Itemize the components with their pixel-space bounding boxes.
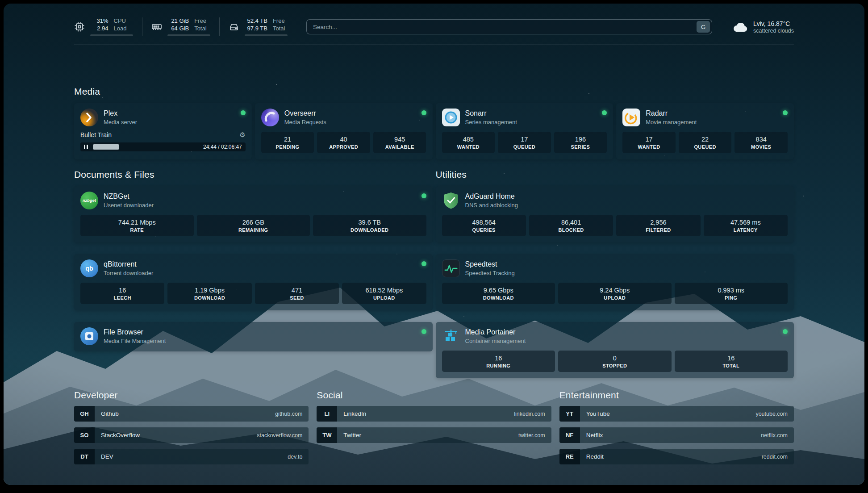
bookmark-name: Reddit	[586, 453, 604, 460]
disk-icon	[229, 21, 239, 32]
documents-column: Documents & Files nzbget NZBGet Usenet d…	[74, 169, 433, 390]
stat-wanted: 17 WANTED	[622, 132, 676, 153]
status-dot	[421, 261, 426, 266]
service-subtitle: Media File Management	[104, 338, 166, 345]
service-name: Radarr	[646, 109, 697, 118]
service-subtitle: Container management	[465, 338, 526, 345]
service-card-filebrowser[interactable]: File Browser Media File Management	[74, 322, 433, 351]
stat-latency: 47.569 ms LATENCY	[704, 215, 788, 236]
adguard-icon	[442, 192, 460, 209]
weather-location: Lviv, 16.87°C	[753, 20, 794, 28]
plex-icon	[80, 109, 98, 126]
cpu-icon	[74, 21, 85, 32]
stat-approved: 40 APPROVED	[317, 132, 370, 153]
stat-queued: 17 QUEUED	[498, 132, 551, 153]
dashboard-screen: 31% CPU 2.94 Load 21 GiB Fr	[4, 4, 864, 485]
bookmark-linkedin[interactable]: LI LinkedIn linkedin.com	[317, 406, 551, 422]
gear-icon[interactable]: ⚙	[239, 131, 245, 139]
stat-stopped: 0 STOPPED	[558, 351, 672, 372]
section-title-media: Media	[74, 86, 794, 97]
service-subtitle: Series management	[465, 119, 517, 126]
playback-time: 24:44 / 02:06:47	[203, 144, 242, 150]
service-card-adguard[interactable]: AdGuard Home DNS and adblocking 498,564 …	[436, 186, 794, 242]
service-card-speedtest[interactable]: Speedtest Speedtest Tracking 9.65 Gbps D…	[436, 254, 794, 310]
bookmark-twitter[interactable]: TW Twitter twitter.com	[317, 427, 551, 443]
service-card-portainer[interactable]: Media Portainer Container management 16 …	[436, 322, 794, 378]
stat-movies: 834 MOVIES	[734, 132, 788, 153]
bookmark-netflix[interactable]: NF Netflix netflix.com	[559, 427, 794, 443]
disk-progress-bar	[245, 34, 288, 36]
bookmark-group-entertainment: Entertainment YT YouTube youtube.com NF …	[559, 390, 794, 470]
cpu-label: CPU	[114, 17, 133, 25]
search-input[interactable]	[313, 24, 697, 30]
search-provider-button[interactable]: G	[697, 21, 710, 33]
service-card-radarr[interactable]: Radarr Movie management 17 WANTED 22 QUE…	[616, 103, 794, 159]
disk-free-label: Free	[273, 17, 288, 25]
service-subtitle: Speedtest Tracking	[465, 270, 515, 277]
bookmark-abbr: TW	[317, 427, 337, 443]
radarr-icon	[622, 109, 640, 126]
bookmark-reddit[interactable]: RE Reddit reddit.com	[559, 449, 794, 464]
memory-free-value: 21 GiB	[167, 17, 189, 25]
cpu-widget: 31% CPU 2.94 Load	[74, 17, 142, 36]
service-subtitle: Media Requests	[284, 119, 326, 126]
stat-remaining: 266 GB REMAINING	[197, 215, 310, 236]
stat-wanted: 485 WANTED	[442, 132, 495, 153]
search-bar[interactable]: G	[306, 19, 712, 34]
sonarr-icon	[442, 109, 460, 126]
bookmark-abbr: NF	[559, 427, 580, 443]
bookmark-name: YouTube	[586, 410, 610, 417]
service-subtitle: Movie management	[646, 119, 697, 126]
bookmark-name: Netflix	[586, 432, 603, 439]
bookmark-name: DEV	[101, 453, 113, 460]
stat-leech: 16 LEECH	[80, 283, 164, 304]
stat-blocked: 86,401 BLOCKED	[529, 215, 613, 236]
service-subtitle: Torrent downloader	[104, 270, 153, 277]
bookmark-stackoverflow[interactable]: SO StackOverflow stackoverflow.com	[74, 427, 309, 443]
bookmark-dev[interactable]: DT DEV dev.to	[74, 449, 309, 464]
service-name: AdGuard Home	[465, 192, 518, 201]
now-playing: Bullet Train ⚙ 24:44 / 02:06:47	[80, 131, 246, 151]
stat-ping: 0.993 ms PING	[675, 283, 788, 304]
service-card-plex[interactable]: Plex Media server Bullet Train ⚙ 24:44 /…	[74, 103, 252, 159]
service-card-nzbget[interactable]: nzbget NZBGet Usenet downloader 744.21 M…	[74, 186, 433, 242]
stat-download: 1.19 Gbps DOWNLOAD	[167, 283, 251, 304]
service-card-sonarr[interactable]: Sonarr Series management 485 WANTED 17 Q…	[436, 103, 613, 159]
bookmark-abbr: DT	[74, 449, 95, 464]
service-card-qbittorrent[interactable]: qb qBittorrent Torrent downloader 16 LEE…	[74, 254, 433, 310]
memory-total-label: Total	[194, 25, 210, 32]
bookmark-url: twitter.com	[518, 432, 545, 439]
bookmark-group-social: Social LI LinkedIn linkedin.com TW Twitt…	[317, 390, 551, 470]
service-name: Plex	[104, 109, 137, 118]
status-dot	[421, 110, 426, 115]
disk-free-value: 52.4 TB	[245, 17, 267, 25]
weather-widget[interactable]: Lviv, 16.87°C scattered clouds	[732, 20, 794, 34]
playback-progress-fill	[93, 144, 119, 150]
disk-total-value: 97.9 TB	[245, 25, 267, 32]
playback-progress-bar[interactable]: 24:44 / 02:06:47	[80, 142, 246, 151]
memory-total-value: 64 GiB	[167, 25, 189, 32]
service-subtitle: Media server	[104, 119, 137, 126]
top-bar: 31% CPU 2.94 Load 21 GiB Fr	[74, 15, 794, 38]
service-card-overseerr[interactable]: Overseerr Media Requests 21 PENDING 40 A…	[255, 103, 433, 159]
bookmark-url: reddit.com	[762, 454, 788, 460]
pause-icon[interactable]	[84, 145, 88, 149]
stat-queued: 22 QUEUED	[679, 132, 732, 153]
section-title-entertainment: Entertainment	[559, 390, 794, 401]
cpu-load-value: 2.94	[90, 25, 108, 32]
stat-downloaded: 39.6 TB DOWNLOADED	[313, 215, 426, 236]
bookmark-abbr: LI	[317, 406, 337, 422]
filebrowser-icon	[80, 327, 98, 345]
bookmark-github[interactable]: GH Github github.com	[74, 406, 309, 422]
bookmark-name: StackOverflow	[101, 432, 140, 439]
bookmark-youtube[interactable]: YT YouTube youtube.com	[559, 406, 794, 422]
bookmark-abbr: YT	[559, 406, 580, 422]
stat-upload: 9.24 Gbps UPLOAD	[558, 283, 672, 304]
cpu-load-label: Load	[114, 25, 133, 32]
bookmark-group-developer: Developer GH Github github.com SO StackO…	[74, 390, 309, 470]
disk-total-label: Total	[273, 25, 288, 32]
stat-seed: 471 SEED	[255, 283, 339, 304]
section-title-social: Social	[317, 390, 551, 401]
service-name: Overseerr	[284, 109, 326, 118]
service-name: File Browser	[104, 328, 166, 337]
